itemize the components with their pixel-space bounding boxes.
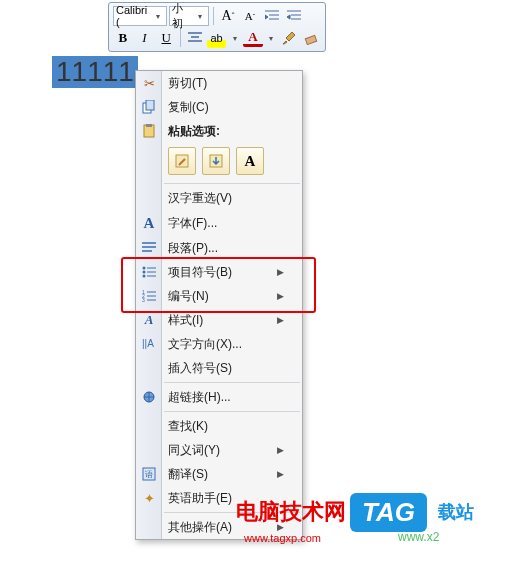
watermark-site-url: www.tagxp.com: [244, 532, 321, 544]
menu-label: 文字方向(X)...: [168, 336, 284, 353]
assistant-icon: ✦: [140, 489, 158, 507]
menu-label: 段落(P)...: [168, 240, 284, 257]
underline-button[interactable]: U: [156, 28, 176, 48]
svg-rect-0: [305, 35, 316, 44]
separator: [164, 183, 300, 184]
clear-format-button[interactable]: [301, 28, 321, 48]
highlight-button[interactable]: ab: [207, 28, 227, 48]
clipboard-brush-icon: [174, 153, 190, 169]
svg-rect-4: [146, 124, 152, 127]
font-color-button[interactable]: A: [243, 30, 263, 47]
menu-label: 翻译(S): [168, 466, 277, 483]
font-name-value: Calibri (: [116, 4, 152, 28]
hyperlink-icon: [140, 388, 158, 406]
separator: [164, 382, 300, 383]
format-painter-button[interactable]: [280, 28, 300, 48]
menu-hyperlink[interactable]: 超链接(H)...: [136, 385, 302, 409]
tag-logo: TAG: [350, 493, 427, 532]
menu-label: 超链接(H)...: [168, 389, 284, 406]
decrease-indent-button[interactable]: [262, 6, 282, 26]
selected-text: 11111: [52, 56, 138, 88]
paragraph-icon: [140, 239, 158, 257]
menu-insert-symbol[interactable]: 插入符号(S): [136, 356, 302, 380]
cut-icon: ✂: [140, 74, 158, 92]
align-center-button[interactable]: [185, 28, 205, 48]
decrease-indent-icon: [265, 10, 279, 22]
menu-font[interactable]: A 字体(F)...: [136, 210, 302, 236]
menu-label: 样式(I): [168, 312, 277, 329]
separator: [180, 29, 181, 47]
menu-label: 查找(K): [168, 418, 284, 435]
menu-hanzi-reselect[interactable]: 汉字重选(V): [136, 186, 302, 210]
menu-label: 字体(F)...: [168, 215, 284, 232]
menu-translate[interactable]: 语 翻译(S) ▶: [136, 462, 302, 486]
menu-copy[interactable]: 复制(C): [136, 95, 302, 119]
menu-label: 复制(C): [168, 99, 284, 116]
context-menu: ✂ 剪切(T) 复制(C) 粘贴选项: A 汉字重选(V): [135, 70, 303, 540]
menu-label: 项目符号(B): [168, 264, 277, 281]
increase-indent-button[interactable]: [284, 6, 304, 26]
svg-point-9: [143, 275, 146, 278]
bullets-icon: [140, 263, 158, 281]
svg-text:3: 3: [142, 297, 145, 302]
dropdown-icon: ▾: [152, 12, 164, 21]
submenu-arrow-icon: ▶: [277, 315, 284, 325]
dropdown-icon: ▾: [193, 12, 206, 21]
font-name-select[interactable]: Calibri ( ▾: [113, 6, 167, 26]
svg-point-8: [143, 271, 146, 274]
align-center-icon: [188, 32, 202, 44]
svg-text:||A: ||A: [142, 338, 154, 349]
text-direction-icon: ||A: [140, 335, 158, 353]
dropdown-icon[interactable]: ▾: [228, 34, 241, 43]
menu-numbering[interactable]: 123 编号(N) ▶: [136, 284, 302, 308]
menu-label: 粘贴选项:: [168, 123, 284, 140]
menu-lookup[interactable]: 查找(K): [136, 414, 302, 438]
font-size-value: 小初: [172, 1, 193, 31]
eraser-icon: [304, 31, 318, 45]
copy-icon: [140, 98, 158, 116]
menu-label: 剪切(T): [168, 75, 284, 92]
separator: [164, 411, 300, 412]
dropdown-icon[interactable]: ▾: [265, 34, 278, 43]
svg-rect-2: [146, 100, 154, 110]
menu-text-direction[interactable]: ||A 文字方向(X)...: [136, 332, 302, 356]
menu-synonyms[interactable]: 同义词(Y) ▶: [136, 438, 302, 462]
menu-label: 插入符号(S): [168, 360, 284, 377]
watermark-site-name: 电脑技术网: [236, 497, 346, 527]
submenu-arrow-icon: ▶: [277, 469, 284, 479]
menu-label: 编号(N): [168, 288, 277, 305]
download-url: www.x2: [398, 530, 439, 544]
download-text: 载站: [438, 500, 474, 524]
paste-text-only-button[interactable]: A: [236, 147, 264, 175]
svg-text:语: 语: [145, 470, 153, 479]
menu-label: 同义词(Y): [168, 442, 277, 459]
italic-button[interactable]: I: [135, 28, 155, 48]
paste-icon: [140, 122, 158, 140]
shrink-font-button[interactable]: Aˇ: [240, 6, 260, 26]
menu-label: 汉字重选(V): [168, 190, 284, 207]
numbering-icon: 123: [140, 287, 158, 305]
menu-paragraph[interactable]: 段落(P)...: [136, 236, 302, 260]
submenu-arrow-icon: ▶: [277, 291, 284, 301]
brush-icon: [282, 31, 296, 45]
font-size-select[interactable]: 小初 ▾: [169, 6, 209, 26]
menu-styles[interactable]: A 样式(I) ▶: [136, 308, 302, 332]
menu-cut[interactable]: ✂ 剪切(T): [136, 71, 302, 95]
svg-point-7: [143, 267, 146, 270]
styles-icon: A: [140, 311, 158, 329]
translate-icon: 语: [140, 465, 158, 483]
bold-button[interactable]: B: [113, 28, 133, 48]
submenu-arrow-icon: ▶: [277, 267, 284, 277]
mini-toolbar: Calibri ( ▾ 小初 ▾ Aˆ Aˇ B I U ab ▾ A ▾: [108, 2, 326, 52]
menu-bullets[interactable]: 项目符号(B) ▶: [136, 260, 302, 284]
paste-merge-button[interactable]: [202, 147, 230, 175]
paste-keep-source-button[interactable]: [168, 147, 196, 175]
separator: [213, 7, 214, 25]
menu-paste-options-header: 粘贴选项:: [136, 119, 302, 143]
font-icon: A: [140, 214, 158, 232]
clipboard-arrow-icon: [208, 153, 224, 169]
increase-indent-icon: [287, 10, 301, 22]
submenu-arrow-icon: ▶: [277, 445, 284, 455]
paste-options-row: A: [136, 143, 302, 181]
grow-font-button[interactable]: Aˆ: [218, 6, 238, 26]
